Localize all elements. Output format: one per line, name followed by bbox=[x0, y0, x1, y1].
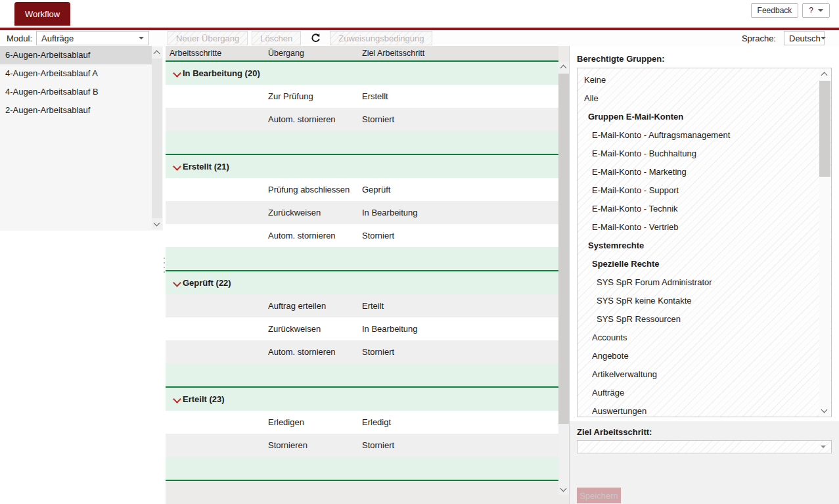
permission-group-item[interactable]: E-Mail-Konto - Vertrieb bbox=[578, 218, 831, 237]
uebergang-cell: Auftrag erteilen bbox=[268, 301, 362, 311]
feedback-button[interactable]: Feedback bbox=[751, 3, 799, 18]
delete-button[interactable]: Löschen bbox=[252, 31, 301, 45]
transitions-table: Arbeitsschritte Übergang Ziel Arbeitssch… bbox=[166, 46, 569, 504]
workflow-item[interactable]: 4-Augen-Arbeitsablauf B bbox=[0, 83, 152, 101]
ziel-cell: Erteilt bbox=[362, 301, 558, 311]
permitted-groups-listbox: Keine Alle Gruppen E-Mail-Konten E-Mail-… bbox=[577, 68, 832, 417]
uebergang-cell: Autom. stornieren bbox=[268, 114, 362, 124]
language-select-value: Deutsch bbox=[789, 34, 821, 43]
table-row[interactable]: Prüfung abschliessen Geprüft bbox=[166, 178, 558, 201]
module-label: Modul: bbox=[7, 34, 32, 43]
permissions-scrollbar[interactable] bbox=[819, 69, 830, 416]
target-step-label: Ziel Arbeitsschritt: bbox=[577, 427, 832, 437]
table-row[interactable]: Zurückweisen In Bearbeitung bbox=[166, 201, 558, 224]
new-transition-button[interactable]: Neuer Übergang bbox=[168, 31, 248, 45]
uebergang-cell: Erledigen bbox=[268, 417, 362, 427]
table-row[interactable]: Stornieren Storniert bbox=[166, 434, 558, 457]
permission-group-item[interactable]: SYS SpR keine Kontakte bbox=[578, 292, 831, 310]
scrollbar-thumb[interactable] bbox=[819, 81, 830, 177]
group-header[interactable]: Geprüft (22) bbox=[166, 271, 558, 294]
uebergang-cell: Autom. stornieren bbox=[268, 347, 362, 357]
ziel-cell: Storniert bbox=[362, 440, 558, 450]
toolbar: Modul: Aufträge Neuer Übergang Löschen Z… bbox=[0, 30, 839, 46]
module-select[interactable]: Aufträge bbox=[36, 31, 149, 45]
permission-group-item[interactable]: E-Mail-Konto - Technik bbox=[578, 200, 831, 218]
assignment-condition-button[interactable]: Zuweisungsbedingung bbox=[330, 31, 432, 45]
table-row[interactable]: Auftrag erteilen Erteilt bbox=[166, 294, 558, 317]
ziel-cell: Erledigt bbox=[362, 417, 558, 427]
permission-group-item[interactable]: Aufträge bbox=[578, 384, 831, 402]
scroll-down-icon[interactable] bbox=[819, 405, 830, 416]
refresh-button[interactable] bbox=[307, 31, 324, 45]
uebergang-cell: Prüfung abschliessen bbox=[268, 185, 362, 195]
chevron-down-icon bbox=[818, 9, 823, 12]
scroll-up-icon[interactable] bbox=[152, 47, 162, 58]
permission-group-item[interactable]: Accounts bbox=[578, 329, 831, 347]
ziel-cell: Storniert bbox=[362, 231, 558, 241]
group-filler-row bbox=[166, 363, 558, 386]
scroll-up-icon[interactable] bbox=[819, 69, 830, 80]
table-body: In Bearbeitung (20) Zur Prüfung Erstellt… bbox=[166, 62, 558, 481]
permission-group-item[interactable]: E-Mail-Konto - Buchhaltung bbox=[578, 145, 831, 163]
group-header[interactable]: Erteilt (23) bbox=[166, 388, 558, 411]
workflow-item[interactable]: 4-Augen-Arbeitsablauf A bbox=[0, 64, 152, 83]
help-dropdown-button[interactable]: ? bbox=[802, 3, 830, 18]
group-expanded-chevron-icon bbox=[173, 69, 182, 78]
column-header-ziel[interactable]: Ziel Arbeitsschritt bbox=[362, 49, 558, 58]
group-separator bbox=[166, 480, 558, 481]
group-filler-row bbox=[166, 131, 558, 154]
target-step-select[interactable] bbox=[577, 440, 832, 453]
permission-group-item[interactable]: Spezielle Rechte bbox=[578, 255, 831, 273]
workflow-item[interactable]: 2-Augen-Arbeitsablauf bbox=[0, 101, 152, 120]
top-bar: Workflow Feedback ? bbox=[0, 0, 839, 28]
permission-group-item[interactable]: Artikelverwaltung bbox=[578, 365, 831, 384]
permission-group-item[interactable]: Angebote bbox=[578, 347, 831, 365]
table-row[interactable]: Erledigen Erledigt bbox=[166, 411, 558, 434]
uebergang-cell: Zurückweisen bbox=[268, 324, 362, 334]
table-row[interactable]: Zur Prüfung Erstellt bbox=[166, 85, 558, 108]
table-row[interactable]: Autom. stornieren Storniert bbox=[166, 340, 558, 363]
permission-group-item[interactable]: E-Mail-Konto - Support bbox=[578, 181, 831, 200]
table-row[interactable]: Zurückweisen In Bearbeitung bbox=[166, 317, 558, 340]
uebergang-cell: Stornieren bbox=[268, 440, 362, 450]
table-row[interactable]: Autom. stornieren Storniert bbox=[166, 108, 558, 131]
uebergang-cell: Zur Prüfung bbox=[268, 91, 362, 101]
language-select[interactable]: Deutsch bbox=[784, 31, 825, 45]
table-header: Arbeitsschritte Übergang Ziel Arbeitssch… bbox=[166, 46, 558, 62]
permission-group-item[interactable]: Auswertungen bbox=[578, 402, 831, 417]
permission-group-item[interactable]: E-Mail-Konto - Auftragsmanagement bbox=[578, 126, 831, 145]
table-row[interactable]: Autom. stornieren Storniert bbox=[166, 224, 558, 247]
permission-group-item[interactable]: SYS SpR Forum Administrator bbox=[578, 273, 831, 292]
permission-group-item[interactable]: Gruppen E-Mail-Konten bbox=[578, 108, 831, 126]
table-scrollbar[interactable] bbox=[558, 62, 569, 495]
permission-group-item[interactable]: Systemrechte bbox=[578, 237, 831, 255]
group-expanded-chevron-icon bbox=[173, 162, 182, 172]
workflow-list-scrollbar[interactable] bbox=[152, 47, 162, 229]
ziel-cell: In Bearbeitung bbox=[362, 324, 558, 334]
permission-group-item[interactable]: Alle bbox=[578, 89, 831, 108]
uebergang-cell: Zurückweisen bbox=[268, 208, 362, 218]
ziel-cell: Storniert bbox=[362, 347, 558, 357]
uebergang-cell: Autom. stornieren bbox=[268, 231, 362, 241]
permission-group-item[interactable]: Keine bbox=[578, 71, 831, 89]
column-header-uebergang[interactable]: Übergang bbox=[268, 49, 362, 58]
scroll-up-icon[interactable] bbox=[558, 62, 569, 72]
group-expanded-chevron-icon bbox=[173, 279, 182, 288]
group-header[interactable]: In Bearbeitung (20) bbox=[166, 62, 558, 85]
scrollbar-thumb[interactable] bbox=[152, 58, 162, 218]
scroll-down-icon[interactable] bbox=[152, 219, 162, 229]
splitter-grip-icon bbox=[164, 258, 165, 275]
tab-workflow-label: Workflow bbox=[25, 9, 60, 19]
workflow-item[interactable]: 6-Augen-Arbeitsablauf bbox=[0, 46, 152, 64]
scroll-down-icon[interactable] bbox=[558, 484, 569, 495]
tab-workflow[interactable]: Workflow bbox=[14, 2, 70, 26]
permission-group-item[interactable]: SYS SpR Ressourcen bbox=[578, 310, 831, 329]
save-button[interactable]: Speichern bbox=[577, 488, 621, 503]
permission-group-item[interactable]: E-Mail-Konto - Marketing bbox=[578, 163, 831, 181]
group-expanded-chevron-icon bbox=[173, 395, 182, 404]
refresh-icon bbox=[310, 33, 321, 44]
scrollbar-thumb[interactable] bbox=[558, 74, 569, 424]
language-label: Sprache: bbox=[742, 34, 776, 43]
group-header[interactable]: Erstellt (21) bbox=[166, 155, 558, 178]
column-header-arbeitsschritte[interactable]: Arbeitsschritte bbox=[166, 49, 268, 58]
